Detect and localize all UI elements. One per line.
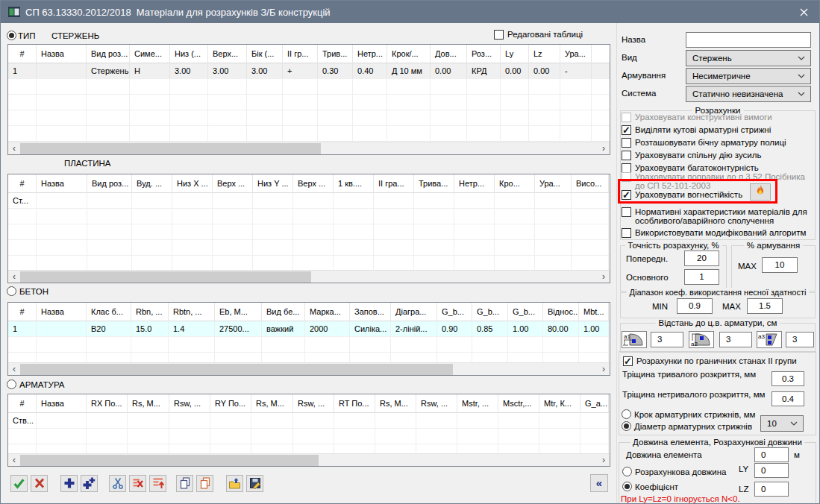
table-cell[interactable] (87, 240, 132, 255)
table-cell[interactable] (8, 209, 37, 224)
table-cell[interactable] (208, 126, 247, 141)
column-header[interactable]: Верх... (208, 45, 247, 63)
column-header[interactable]: Діагра... (391, 303, 437, 321)
table-cell[interactable] (128, 413, 169, 428)
table-cell[interactable] (37, 193, 87, 208)
column-header[interactable]: Верх ... (213, 174, 253, 193)
column-header[interactable]: Назва (37, 174, 87, 193)
table-cell[interactable] (539, 429, 580, 444)
table-cell[interactable] (467, 110, 501, 125)
column-header[interactable]: II гра... (374, 174, 414, 193)
table-cell[interactable] (467, 95, 501, 110)
horizontal-scrollbar[interactable]: ‹› (8, 270, 610, 283)
table-cell[interactable] (283, 79, 318, 94)
table-cell[interactable] (293, 240, 334, 255)
table-cell[interactable] (169, 429, 210, 444)
table-cell[interactable] (454, 224, 495, 239)
table-cell[interactable] (37, 256, 87, 271)
table-cell[interactable] (130, 110, 170, 125)
table-cell[interactable] (334, 193, 374, 208)
table-cell[interactable] (170, 110, 208, 125)
column-header[interactable]: # (8, 394, 37, 413)
main-precision-input[interactable]: 1 (684, 269, 719, 285)
table-cell[interactable] (374, 193, 414, 208)
table-cell[interactable] (208, 110, 247, 125)
column-header[interactable]: Марка... (305, 303, 350, 321)
column-header[interactable]: Rsw, ... (293, 394, 334, 413)
table-cell[interactable] (293, 224, 334, 239)
table-cell[interactable] (334, 256, 374, 271)
a1-input[interactable]: 3 (651, 332, 683, 347)
column-header[interactable]: Нетр... (454, 174, 495, 193)
table-cell[interactable] (87, 95, 130, 110)
table-cell[interactable] (247, 110, 283, 125)
table-cell[interactable] (318, 79, 353, 94)
fire-resistance-button[interactable] (750, 183, 771, 201)
table-cell[interactable] (560, 126, 592, 141)
table-cell[interactable]: Д 10 мм (387, 63, 431, 78)
column-header[interactable]: Низ X ... (172, 174, 213, 193)
reinforcement-select[interactable]: Несиметричне (686, 68, 811, 84)
table-cell[interactable] (495, 209, 535, 224)
table-cell[interactable] (414, 193, 454, 208)
name-input[interactable] (686, 32, 811, 48)
table-cell[interactable] (579, 337, 609, 352)
table-cell[interactable] (130, 126, 170, 141)
table-cell[interactable] (170, 79, 208, 94)
table-cell[interactable] (467, 126, 501, 141)
table-cell[interactable] (495, 193, 535, 208)
table-cell[interactable] (8, 256, 37, 271)
column-header[interactable]: Назва (37, 394, 87, 413)
table-cell[interactable] (37, 126, 87, 141)
table-cell[interactable]: 2-ліній... (391, 321, 437, 336)
table-cell[interactable] (87, 193, 132, 208)
table-cell[interactable]: Ств... (8, 413, 37, 428)
table-cell[interactable] (8, 95, 37, 110)
table-cell[interactable]: важкий (262, 321, 305, 336)
column-header[interactable]: Нетр... (353, 45, 387, 63)
ly-input[interactable]: 0 (754, 463, 789, 478)
table-cell[interactable] (454, 209, 495, 224)
table-cell[interactable] (213, 256, 253, 271)
table-cell[interactable] (37, 224, 87, 239)
table-cell[interactable]: Стержень (87, 63, 130, 78)
table-cell[interactable] (87, 126, 130, 141)
max-reinf-input[interactable]: 10 (762, 257, 798, 273)
add-row-button[interactable] (60, 475, 78, 492)
table-cell[interactable] (37, 95, 87, 110)
table-cell[interactable] (210, 413, 251, 428)
table-cell[interactable] (414, 256, 454, 271)
column-header[interactable]: Кро... (495, 174, 535, 193)
table-cell[interactable]: - (560, 63, 592, 78)
table-cell[interactable] (132, 224, 172, 239)
scroll-left-icon[interactable]: ‹ (8, 455, 20, 466)
column-header[interactable]: G_b... (508, 303, 543, 321)
table-cell[interactable] (37, 79, 87, 94)
column-header[interactable]: Вуд. ... (132, 174, 172, 193)
table-cell[interactable] (414, 224, 454, 239)
table-cell[interactable] (131, 337, 169, 352)
table-cell[interactable] (334, 209, 374, 224)
radio-concrete[interactable] (7, 286, 16, 296)
table-cell[interactable] (8, 240, 37, 255)
table-cell[interactable] (454, 240, 495, 255)
table-cell[interactable] (334, 240, 374, 255)
table-cell[interactable] (208, 79, 247, 94)
column-header[interactable]: Ура... (560, 45, 592, 63)
table-cell[interactable] (431, 79, 467, 94)
table-cell[interactable] (353, 95, 387, 110)
table-cell[interactable] (501, 110, 529, 125)
column-header[interactable]: Назва (37, 45, 87, 63)
table-cell[interactable] (572, 209, 609, 224)
table-cell[interactable] (293, 209, 334, 224)
table-cell[interactable]: 0.00 (529, 63, 560, 78)
column-header[interactable]: Трив... (318, 45, 353, 63)
column-header[interactable]: Ly (501, 45, 529, 63)
radio-coefficient[interactable] (622, 482, 632, 491)
table-cell[interactable] (350, 337, 391, 352)
column-header[interactable]: Rs, М... (128, 394, 169, 413)
table-cell[interactable] (251, 429, 293, 444)
table-cell[interactable] (391, 337, 437, 352)
column-header[interactable]: Дов... (431, 45, 467, 63)
table-cell[interactable] (37, 209, 87, 224)
